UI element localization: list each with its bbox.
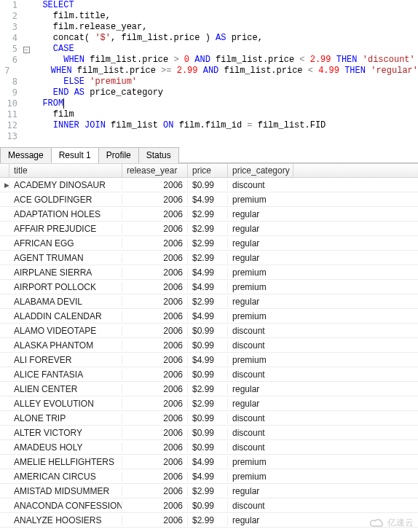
- cell-release-year[interactable]: 2006: [122, 384, 188, 394]
- cell-title[interactable]: ACE GOLDFINGER: [9, 195, 122, 205]
- cell-release-year[interactable]: 2006: [122, 428, 188, 438]
- cell-price-category[interactable]: regular: [228, 209, 293, 219]
- code-text[interactable]: WHEN film_list.price >= 2.99 AND film_li…: [20, 66, 418, 77]
- table-row[interactable]: AFRICAN EGG2006$2.99regular: [0, 236, 418, 251]
- cell-title[interactable]: ALLEY EVOLUTION: [9, 399, 122, 409]
- cell-price-category[interactable]: premium: [228, 267, 293, 278]
- code-line[interactable]: 7 WHEN film_list.price >= 2.99 AND film_…: [0, 66, 418, 77]
- cell-price-category[interactable]: discount: [228, 340, 293, 351]
- cell-price-category[interactable]: premium: [228, 355, 293, 365]
- cell-price[interactable]: $0.99: [188, 428, 228, 438]
- cell-price[interactable]: $4.99: [188, 311, 228, 321]
- cell-price-category[interactable]: regular: [228, 486, 293, 496]
- cell-title[interactable]: AGENT TRUMAN: [9, 253, 122, 263]
- cell-price-category[interactable]: discount: [228, 413, 293, 423]
- cell-title[interactable]: AIRPLANE SIERRA: [9, 267, 122, 278]
- cell-title[interactable]: ANACONDA CONFESSIONS: [9, 501, 122, 511]
- column-header-price[interactable]: price: [188, 164, 228, 177]
- cell-title[interactable]: AMADEUS HOLY: [9, 442, 122, 453]
- table-row[interactable]: ALADDIN CALENDAR2006$4.99premium: [0, 309, 418, 324]
- cell-release-year[interactable]: 2006: [122, 501, 188, 511]
- cell-price[interactable]: $2.99: [188, 209, 228, 219]
- code-line[interactable]: 9 END AS price_category: [0, 87, 418, 98]
- table-row[interactable]: ALASKA PHANTOM2006$0.99discount: [0, 338, 418, 353]
- cell-title[interactable]: ALIEN CENTER: [9, 384, 122, 394]
- tab-message[interactable]: Message: [0, 147, 52, 163]
- cell-price[interactable]: $2.99: [188, 297, 228, 307]
- code-text[interactable]: FROM: [32, 98, 64, 109]
- code-text[interactable]: film: [32, 109, 74, 120]
- cell-price[interactable]: $0.99: [188, 369, 228, 380]
- cell-price-category[interactable]: regular: [228, 399, 293, 409]
- cell-release-year[interactable]: 2006: [122, 369, 188, 380]
- sql-editor[interactable]: 1 SELECT2 film.title,3 film.release_year…: [0, 0, 418, 142]
- cell-release-year[interactable]: 2006: [122, 253, 188, 263]
- fold-minus-icon[interactable]: −: [23, 47, 30, 53]
- code-line[interactable]: 2 film.title,: [0, 11, 418, 22]
- cell-release-year[interactable]: 2006: [122, 472, 188, 482]
- cell-price-category[interactable]: premium: [228, 195, 293, 205]
- cell-price[interactable]: $2.99: [188, 224, 228, 234]
- cell-price-category[interactable]: regular: [228, 297, 293, 307]
- cell-release-year[interactable]: 2006: [122, 457, 188, 467]
- cell-price-category[interactable]: discount: [228, 428, 293, 438]
- table-row[interactable]: ANACONDA CONFESSIONS2006$0.99discount: [0, 498, 418, 513]
- cell-title[interactable]: AMELIE HELLFIGHTERS: [9, 457, 122, 467]
- cell-title[interactable]: ADAPTATION HOLES: [9, 209, 122, 219]
- table-row[interactable]: AFFAIR PREJUDICE2006$2.99regular: [0, 222, 418, 236]
- table-row[interactable]: ALLEY EVOLUTION2006$2.99regular: [0, 396, 418, 411]
- code-text[interactable]: INNER JOIN film_list ON film.film_id = f…: [32, 120, 326, 131]
- table-row[interactable]: ALAMO VIDEOTAPE2006$0.99discount: [0, 324, 418, 338]
- code-text[interactable]: WHEN film_list.price > 0 AND film_list.p…: [32, 55, 415, 66]
- cell-price-category[interactable]: regular: [228, 384, 293, 394]
- tab-result-1[interactable]: Result 1: [51, 147, 99, 163]
- cell-price-category[interactable]: discount: [228, 501, 293, 511]
- table-row[interactable]: ADAPTATION HOLES2006$2.99regular: [0, 207, 418, 222]
- cell-price[interactable]: $0.99: [188, 180, 228, 190]
- code-line[interactable]: 10 FROM: [0, 98, 418, 109]
- table-row[interactable]: AIRPLANE SIERRA2006$4.99premium: [0, 265, 418, 280]
- code-text[interactable]: SELECT: [32, 0, 74, 11]
- column-header-release-year[interactable]: release_year: [122, 164, 188, 177]
- code-text[interactable]: CASE: [32, 44, 74, 55]
- cell-price-category[interactable]: regular: [228, 253, 293, 263]
- cell-price[interactable]: $2.99: [188, 515, 228, 525]
- code-text[interactable]: concat( '$', film_list.price ) AS price,: [32, 33, 263, 44]
- code-text[interactable]: ELSE 'premium': [32, 77, 137, 87]
- cell-price[interactable]: $0.99: [188, 501, 228, 511]
- cell-price[interactable]: $0.99: [188, 340, 228, 351]
- cell-release-year[interactable]: 2006: [122, 224, 188, 234]
- table-row[interactable]: ALI FOREVER2006$4.99premium: [0, 353, 418, 367]
- cell-release-year[interactable]: 2006: [122, 486, 188, 496]
- cell-title[interactable]: ALI FOREVER: [9, 355, 122, 365]
- cell-price[interactable]: $4.99: [188, 472, 228, 482]
- cell-price[interactable]: $4.99: [188, 195, 228, 205]
- code-text[interactable]: film.release_year,: [32, 22, 147, 33]
- cell-price[interactable]: $2.99: [188, 399, 228, 409]
- cell-release-year[interactable]: 2006: [122, 413, 188, 423]
- cell-price-category[interactable]: premium: [228, 282, 293, 292]
- cell-title[interactable]: ALADDIN CALENDAR: [9, 311, 122, 321]
- table-row[interactable]: ALIEN CENTER2006$2.99regular: [0, 382, 418, 396]
- cell-price[interactable]: $4.99: [188, 282, 228, 292]
- cell-price[interactable]: $2.99: [188, 253, 228, 263]
- table-row[interactable]: ALABAMA DEVIL2006$2.99regular: [0, 294, 418, 309]
- cell-title[interactable]: ALICE FANTASIA: [9, 369, 122, 380]
- table-row[interactable]: ANALYZE HOOSIERS2006$2.99regular: [0, 513, 418, 528]
- code-line[interactable]: 4 concat( '$', film_list.price ) AS pric…: [0, 33, 418, 44]
- cell-price[interactable]: $0.99: [188, 442, 228, 453]
- cell-release-year[interactable]: 2006: [122, 209, 188, 219]
- table-row[interactable]: ALTER VICTORY2006$0.99discount: [0, 426, 418, 440]
- tab-profile[interactable]: Profile: [98, 147, 139, 163]
- code-line[interactable]: 5− CASE: [0, 44, 418, 55]
- code-line[interactable]: 11 film: [0, 109, 418, 120]
- cell-title[interactable]: ALONE TRIP: [9, 413, 122, 423]
- code-line[interactable]: 8 ELSE 'premium': [0, 77, 418, 87]
- cell-release-year[interactable]: 2006: [122, 442, 188, 453]
- table-row[interactable]: AMADEUS HOLY2006$0.99discount: [0, 440, 418, 455]
- cell-release-year[interactable]: 2006: [122, 326, 188, 336]
- cell-title[interactable]: AMISTAD MIDSUMMER: [9, 486, 122, 496]
- cell-release-year[interactable]: 2006: [122, 399, 188, 409]
- table-row[interactable]: AMISTAD MIDSUMMER2006$2.99regular: [0, 484, 418, 498]
- cell-price[interactable]: $4.99: [188, 267, 228, 278]
